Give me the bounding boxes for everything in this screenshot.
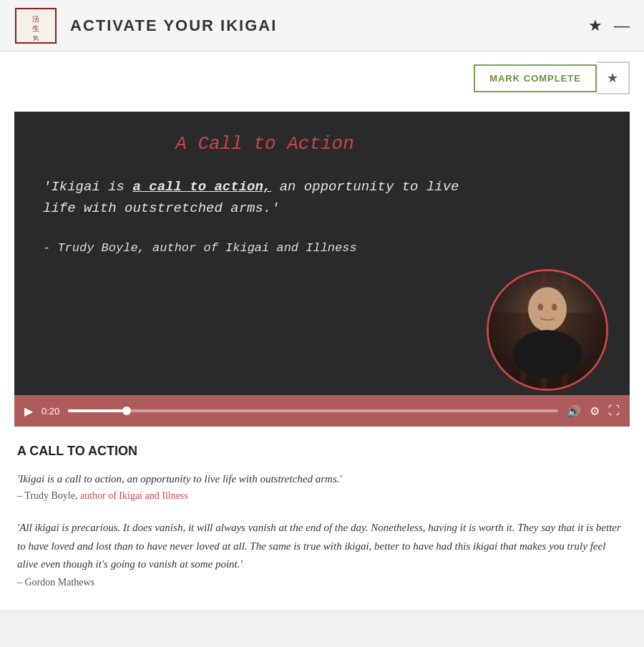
content-attribution1: – Trudy Boyle, author of Ikigai and Illn…: [17, 490, 627, 502]
page-title: ACTIVATE YOUR IKIGAI: [70, 16, 588, 35]
quote-bold: a call to action,: [132, 179, 271, 195]
content-attribution2: – Gordon Mathews: [17, 577, 627, 588]
video-controls: ▶ 0:20 🔊 ⚙ ⛶: [14, 395, 630, 427]
settings-icon[interactable]: ⚙: [590, 404, 600, 418]
logo: 活 生 気: [14, 7, 57, 44]
person-image: [489, 271, 606, 389]
content-quote1: 'Ikigai is a call to action, an opportun…: [17, 470, 627, 487]
svg-text:生: 生: [32, 24, 39, 32]
main-content: MARK COMPLETE ★ A Call to Action 'Ikigai…: [0, 52, 644, 610]
svg-point-12: [513, 330, 582, 379]
attribution1-link[interactable]: author of Ikigai and Illness: [80, 490, 188, 501]
presenter-photo: [487, 269, 608, 391]
bookmark-button[interactable]: ★: [597, 62, 630, 94]
play-button[interactable]: ▶: [24, 404, 33, 418]
app-header: 活 生 気 ACTIVATE YOUR IKIGAI ★ —: [0, 0, 644, 52]
svg-text:気: 気: [33, 35, 39, 42]
time-display: 0:20: [42, 406, 59, 417]
header-minimize-icon[interactable]: —: [614, 16, 630, 35]
header-actions: ★ —: [588, 16, 630, 35]
video-text-overlay: A Call to Action 'Ikigai is a call to ac…: [43, 133, 487, 255]
quote-prefix: 'Ikigai is: [43, 179, 132, 195]
video-overlay-attribution: - Trudy Boyle, author of Ikigai and Illn…: [43, 241, 487, 255]
toolbar: MARK COMPLETE ★: [0, 52, 644, 104]
progress-handle[interactable]: [122, 407, 131, 415]
fullscreen-icon[interactable]: ⛶: [608, 404, 620, 417]
video-overlay-quote: 'Ikigai is a call to action, an opportun…: [43, 176, 487, 220]
svg-point-10: [528, 287, 567, 331]
header-star-icon[interactable]: ★: [588, 16, 602, 35]
content-section: A CALL TO ACTION 'Ikigai is a call to ac…: [0, 427, 644, 610]
svg-point-14: [552, 303, 557, 311]
svg-point-13: [537, 303, 543, 311]
video-player: A Call to Action 'Ikigai is a call to ac…: [14, 112, 630, 427]
progress-bar[interactable]: [68, 409, 558, 412]
attribution1-prefix: – Trudy Boyle,: [17, 490, 80, 501]
svg-text:活: 活: [32, 15, 39, 23]
content-quote2: 'All ikigai is precarious. It does vanis…: [17, 519, 627, 574]
video-overlay-title: A Call to Action: [43, 133, 487, 155]
progress-fill: [68, 409, 127, 412]
volume-icon[interactable]: 🔊: [567, 404, 581, 418]
mark-complete-button[interactable]: MARK COMPLETE: [474, 64, 597, 92]
content-section-title: A CALL TO ACTION: [17, 444, 627, 459]
